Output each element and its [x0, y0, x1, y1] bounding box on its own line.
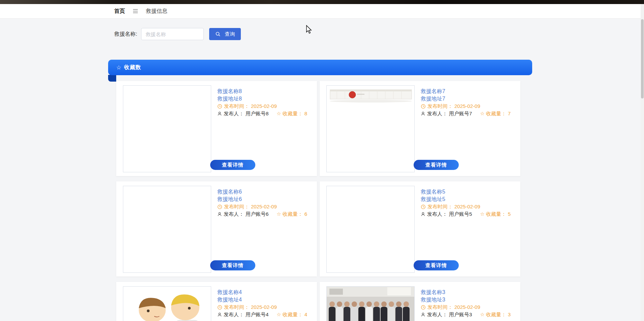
- star-icon: ☆: [277, 311, 281, 318]
- user-icon: [421, 312, 425, 317]
- publish-time-value: 2025-02-09: [454, 103, 480, 110]
- favorites-banner: ☆ 收藏数: [108, 60, 532, 75]
- publisher-value: 用户账号5: [449, 210, 472, 218]
- publisher-label: 发布人：: [224, 110, 244, 117]
- card-info: 救援名称7 救援地址7 发布时间： 2025-02-09 发布人： 用户账号7 …: [421, 88, 511, 117]
- favorite-count: ☆ 收藏量： 3: [480, 311, 511, 318]
- publish-time-value: 2025-02-09: [251, 303, 277, 311]
- favorite-label: 收藏量：: [486, 311, 506, 318]
- rescue-name[interactable]: 救援名称7: [421, 88, 511, 95]
- rescue-address: 救援地址6: [217, 196, 307, 203]
- star-icon: ☆: [277, 210, 281, 218]
- publish-time: 发布时间： 2025-02-09: [217, 303, 307, 311]
- card-image[interactable]: [123, 85, 211, 172]
- search-input[interactable]: [141, 28, 204, 40]
- publish-time: 发布时间： 2025-02-09: [421, 103, 511, 110]
- user-icon: [421, 212, 425, 216]
- card-info: 救援名称6 救援地址6 发布时间： 2025-02-09 发布人： 用户账号6 …: [217, 188, 307, 218]
- card-info: 救援名称3 救援地址3 发布时间： 2025-02-09 发布人： 用户账号3 …: [421, 289, 511, 318]
- card-image[interactable]: [326, 85, 415, 172]
- publisher-value: 用户账号4: [246, 311, 268, 318]
- rescue-card: 救援名称5 救援地址5 发布时间： 2025-02-09 发布人： 用户账号5 …: [320, 181, 520, 276]
- building-photo: [327, 86, 415, 172]
- nav-rescue-info-link[interactable]: 救援信息: [146, 8, 167, 15]
- card-image[interactable]: [326, 286, 415, 321]
- rescue-name[interactable]: 救援名称6: [217, 188, 307, 196]
- rescue-address: 救援地址5: [421, 196, 511, 203]
- user-icon: [217, 312, 222, 317]
- rescue-address: 救援地址3: [421, 296, 511, 303]
- clock-icon: [421, 104, 426, 109]
- cartoon-kids-image: [123, 287, 211, 321]
- desktop-top-strip: [0, 0, 644, 4]
- publish-time-label: 发布时间：: [427, 203, 453, 210]
- favorite-count: ☆ 收藏量： 8: [277, 110, 307, 117]
- clock-icon: [217, 305, 222, 310]
- nav-home-link[interactable]: 首页: [114, 8, 125, 15]
- publisher-line: 发布人： 用户账号8 ☆ 收藏量： 8: [217, 110, 307, 117]
- publish-time: 发布时间： 2025-02-09: [421, 303, 511, 311]
- publisher-label: 发布人：: [427, 311, 447, 318]
- view-detail-button[interactable]: 查看详情: [210, 160, 255, 170]
- menu-icon[interactable]: [133, 9, 138, 13]
- user-icon: [217, 111, 222, 116]
- star-icon: ☆: [480, 110, 484, 117]
- view-detail-button[interactable]: 查看详情: [210, 260, 255, 270]
- top-navbar: 首页 救援信息: [0, 4, 644, 19]
- favorite-label: 收藏量：: [486, 110, 506, 117]
- favorite-value: 3: [508, 311, 511, 318]
- card-image[interactable]: [123, 286, 211, 321]
- publisher-label: 发布人：: [224, 210, 244, 218]
- clock-icon: [217, 104, 222, 109]
- view-detail-button[interactable]: 查看详情: [414, 160, 459, 170]
- publish-time-label: 发布时间：: [224, 303, 249, 311]
- favorite-value: 5: [508, 210, 511, 218]
- favorite-count: ☆ 收藏量： 5: [480, 210, 511, 218]
- favorite-value: 6: [304, 210, 307, 218]
- mouse-cursor: [306, 25, 312, 35]
- card-image[interactable]: [326, 186, 415, 273]
- publish-time: 发布时间： 2025-02-09: [421, 203, 511, 210]
- publish-time-value: 2025-02-09: [454, 303, 480, 311]
- clock-icon: [421, 204, 426, 209]
- favorite-count: ☆ 收藏量： 7: [480, 110, 511, 117]
- favorite-label: 收藏量：: [283, 311, 303, 318]
- rescue-name[interactable]: 救援名称8: [217, 88, 307, 95]
- view-detail-button[interactable]: 查看详情: [414, 260, 459, 270]
- clock-icon: [421, 305, 426, 310]
- rescue-address: 救援地址8: [217, 95, 307, 103]
- publisher-value: 用户账号3: [449, 311, 472, 318]
- publish-time-label: 发布时间：: [224, 203, 249, 210]
- favorite-value: 7: [508, 110, 511, 117]
- query-button[interactable]: 查询: [209, 28, 241, 40]
- search-bar: 救援名称: 查询: [114, 28, 241, 40]
- publish-time-value: 2025-02-09: [454, 203, 480, 210]
- star-icon: ☆: [480, 210, 484, 218]
- publisher-line: 发布人： 用户账号7 ☆ 收藏量： 7: [421, 110, 511, 117]
- rescue-name[interactable]: 救援名称5: [421, 188, 511, 196]
- scrollbar-thumb[interactable]: [641, 19, 644, 98]
- publisher-value: 用户账号6: [246, 210, 268, 218]
- rescue-name[interactable]: 救援名称4: [217, 289, 307, 296]
- favorite-count: ☆ 收藏量： 4: [277, 311, 307, 318]
- card-image[interactable]: [123, 186, 211, 273]
- rescue-card: 救援名称4 救援地址4 发布时间： 2025-02-09 发布人： 用户账号4 …: [116, 282, 317, 321]
- banner-fold: [108, 75, 116, 82]
- rescue-card: 救援名称7 救援地址7 发布时间： 2025-02-09 发布人： 用户账号7 …: [320, 81, 520, 176]
- publish-time: 发布时间： 2025-02-09: [217, 103, 307, 110]
- rescue-name[interactable]: 救援名称3: [421, 289, 511, 296]
- user-icon: [217, 212, 222, 216]
- publisher-line: 发布人： 用户账号4 ☆ 收藏量： 4: [217, 311, 307, 318]
- publish-time-label: 发布时间：: [427, 103, 453, 110]
- query-button-label: 查询: [225, 31, 235, 37]
- rescue-card: 救援名称3 救援地址3 发布时间： 2025-02-09 发布人： 用户账号3 …: [320, 282, 520, 321]
- star-icon: ☆: [277, 110, 281, 117]
- favorite-label: 收藏量：: [486, 210, 506, 218]
- search-icon: [215, 31, 221, 37]
- vertical-scrollbar[interactable]: [641, 4, 644, 321]
- rescue-card: 救援名称6 救援地址6 发布时间： 2025-02-09 发布人： 用户账号6 …: [116, 181, 317, 276]
- publisher-value: 用户账号7: [449, 110, 472, 117]
- publish-time: 发布时间： 2025-02-09: [217, 203, 307, 210]
- publisher-line: 发布人： 用户账号5 ☆ 收藏量： 5: [421, 210, 511, 218]
- rescue-card: 救援名称8 救援地址8 发布时间： 2025-02-09 发布人： 用户账号8 …: [116, 81, 317, 176]
